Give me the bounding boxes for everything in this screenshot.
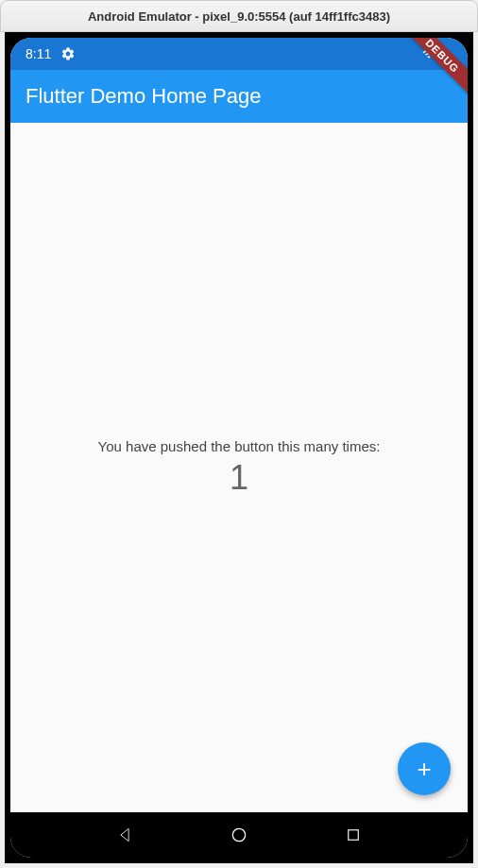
svg-point-0	[232, 828, 245, 841]
status-time: 8:11	[26, 46, 51, 61]
nav-home-button[interactable]	[228, 824, 250, 846]
emulator-frame: 8:11	[5, 32, 473, 863]
nav-recents-button[interactable]	[342, 824, 365, 846]
plus-icon: +	[417, 755, 431, 784]
window-title: Android Emulator - pixel_9.0:5554 (auf 1…	[88, 9, 390, 24]
svg-rect-1	[349, 830, 359, 841]
gear-icon	[60, 46, 76, 61]
counter-value: 1	[230, 458, 248, 498]
status-bar-left: 8:11	[26, 46, 76, 61]
app-bar-title: Flutter Demo Home Page	[26, 84, 261, 109]
device-screen: 8:11	[10, 38, 468, 858]
android-nav-bar	[10, 812, 468, 858]
app-body: You have pushed the button this many tim…	[10, 123, 468, 812]
emulator-window-title-bar: Android Emulator - pixel_9.0:5554 (auf 1…	[0, 0, 478, 32]
increment-fab-button[interactable]: +	[398, 742, 451, 795]
app-bar: Flutter Demo Home Page	[10, 70, 468, 123]
nav-back-button[interactable]	[113, 824, 136, 846]
android-status-bar: 8:11	[10, 38, 468, 70]
counter-message: You have pushed the button this many tim…	[98, 438, 381, 454]
